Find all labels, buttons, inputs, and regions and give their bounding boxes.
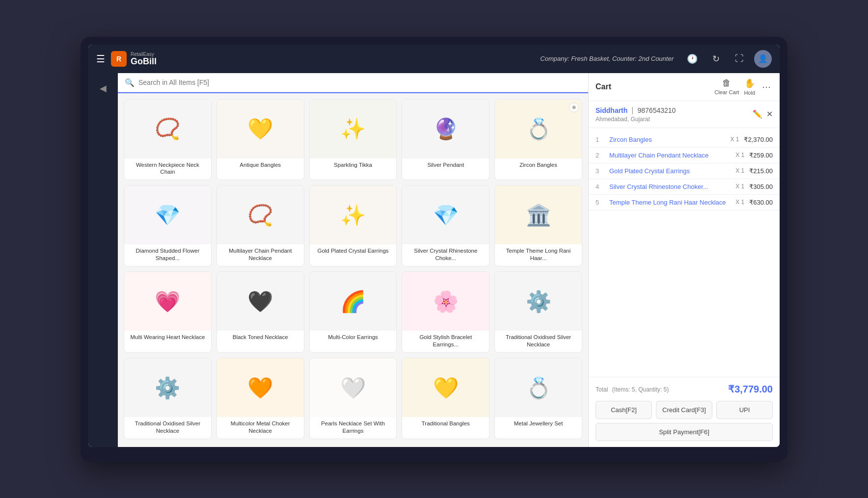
product-card[interactable]: 🔮 Silver Pendant	[402, 99, 489, 181]
expand-icon-btn[interactable]: ⛶	[731, 50, 748, 68]
cart-item-number: 3	[596, 167, 605, 175]
company-info: Company: Fresh Basket, Counter: 2nd Coun…	[540, 55, 674, 62]
cart-item-price: ₹305.00	[749, 183, 773, 190]
cart-item-name[interactable]: Zircon Bangles	[605, 136, 730, 143]
payment-cash-button[interactable]: Cash[F2]	[596, 401, 652, 419]
user-avatar[interactable]: 👤	[754, 50, 772, 68]
product-name: Silver Crystal Rhinestone Choke...	[402, 244, 489, 266]
split-payment-button[interactable]: Split Payment[F6]	[596, 423, 773, 441]
product-image: 🔮	[402, 100, 489, 158]
hold-button[interactable]: ✋ Hold	[744, 78, 755, 96]
cart-item-name[interactable]: Multilayer Chain Pendant Necklace	[605, 152, 735, 159]
product-image: 🏛️	[495, 185, 582, 244]
product-image: ⚙️	[495, 272, 582, 331]
cart-item: 1 Zircon Bangles X 1 ₹2,370.00	[589, 132, 780, 148]
laptop-frame: ☰ R RetailEasy GoBill Company: Fresh Bas…	[81, 37, 787, 462]
product-image: 💍 ⊕	[495, 100, 582, 158]
payment-credit-button[interactable]: Credit Card[F3]	[656, 401, 712, 419]
product-name: Multilayer Chain Pendant Necklace	[217, 244, 304, 266]
cart-items: 1 Zircon Bangles X 1 ₹2,370.00 2 Multila…	[589, 128, 780, 377]
product-name: Metal Jewellery Set	[495, 417, 582, 435]
customer-address: Ahmedabad, Gujarat	[596, 116, 676, 123]
clear-cart-label: Clear Cart	[714, 89, 739, 95]
cart-panel: Cart 🗑 Clear Cart ✋ Hold ⋯	[588, 73, 780, 447]
product-card[interactable]: 💍 Metal Jewellery Set	[494, 358, 582, 439]
customer-name-row: Siddharth | 9876543210	[596, 106, 676, 115]
product-card[interactable]: ⚙️ Traditional Oxidised Silver Necklace	[494, 271, 582, 353]
cart-item-number: 1	[596, 136, 605, 143]
product-name: Traditional Oxidised Silver Necklace	[495, 331, 582, 352]
product-card[interactable]: ✨ Sparkling Tikka	[309, 99, 397, 181]
header: ☰ R RetailEasy GoBill Company: Fresh Bas…	[88, 45, 780, 73]
hold-icon: ✋	[744, 78, 755, 89]
edit-customer-button[interactable]: ✏️	[753, 109, 762, 119]
cart-item-price: ₹630.00	[749, 199, 773, 206]
product-image: 🌸	[402, 272, 489, 331]
cart-item-name[interactable]: Silver Crystal Rhinestone Choker...	[605, 183, 735, 190]
product-name: Gold Plated Crystal Earrings	[310, 244, 397, 262]
product-name: Temple Theme Long Rani Haar...	[495, 244, 582, 266]
product-image: ✨	[310, 100, 397, 158]
brand-large-label: GoBill	[131, 57, 157, 66]
cart-more-button[interactable]: ⋯	[760, 79, 773, 94]
product-name: Gold Stylish Bracelet Earrings...	[402, 331, 489, 352]
product-image: 🧡	[217, 358, 304, 417]
product-card[interactable]: 📿 Multilayer Chain Pendant Necklace	[217, 185, 304, 266]
product-name: Antique Bangles	[217, 158, 304, 176]
cart-item-price: ₹215.00	[749, 167, 773, 175]
cart-item-name[interactable]: Temple Theme Long Rani Haar Necklace	[605, 199, 735, 206]
cart-footer: Total (Items: 5, Quantity: 5) ₹3,779.00 …	[589, 377, 780, 447]
header-icons: 🕐 ↻ ⛶ 👤	[683, 50, 772, 68]
total-text: Total	[596, 386, 608, 393]
product-name: Diamond Studded Flower Shaped...	[124, 244, 211, 266]
product-name: Multi Wearing Heart Necklace	[124, 331, 211, 348]
product-image: 🤍	[310, 358, 397, 417]
product-image: 💛	[217, 100, 304, 158]
cart-header-actions: 🗑 Clear Cart ✋ Hold ⋯	[714, 78, 773, 96]
search-input[interactable]	[138, 79, 581, 86]
payment-buttons: Cash[F2]Credit Card[F3]UPI	[596, 401, 773, 419]
product-image: 💎	[124, 185, 211, 244]
product-name: Multicolor Metal Choker Necklace	[217, 417, 304, 439]
product-card[interactable]: 💗 Multi Wearing Heart Necklace	[124, 271, 212, 353]
product-image: 💍	[495, 358, 582, 417]
cart-total-label: Total (Items: 5, Quantity: 5)	[596, 385, 669, 393]
product-card[interactable]: 💎 Silver Crystal Rhinestone Choke...	[402, 185, 489, 266]
product-card[interactable]: 💎 Diamond Studded Flower Shaped...	[124, 185, 212, 266]
customer-info: Siddharth | 9876543210 Ahmedabad, Gujara…	[596, 106, 676, 123]
clock-icon-btn[interactable]: 🕐	[683, 50, 701, 68]
product-name: Sparkling Tikka	[310, 158, 397, 176]
clear-cart-button[interactable]: 🗑 Clear Cart	[714, 78, 739, 95]
product-card[interactable]: 📿 Western Neckpiece Neck Chain	[124, 99, 212, 181]
customer-section: Siddharth | 9876543210 Ahmedabad, Gujara…	[589, 101, 780, 128]
product-card[interactable]: 🤍 Pearls Necklace Set With Earrings	[309, 358, 397, 439]
product-card[interactable]: 🧡 Multicolor Metal Choker Necklace	[217, 358, 304, 439]
product-card[interactable]: 🌸 Gold Stylish Bracelet Earrings...	[402, 271, 489, 353]
product-card[interactable]: ✨ Gold Plated Crystal Earrings	[309, 185, 397, 266]
payment-upi-button[interactable]: UPI	[716, 401, 773, 419]
remove-customer-button[interactable]: ✕	[766, 109, 773, 119]
cart-item: 3 Gold Plated Crystal Earrings X 1 ₹215.…	[589, 163, 780, 179]
refresh-icon-btn[interactable]: ↻	[707, 50, 725, 68]
product-card[interactable]: 💛 Traditional Bangles	[402, 358, 489, 439]
product-card[interactable]: 🌈 Multi-Color Earrings	[309, 271, 397, 353]
cart-item-name[interactable]: Gold Plated Crystal Earrings	[605, 167, 735, 175]
product-image: 💗	[124, 272, 211, 331]
product-card[interactable]: 🖤 Black Toned Necklace	[217, 271, 304, 353]
brand-text: RetailEasy GoBill	[131, 52, 157, 66]
search-icon: 🔍	[125, 78, 135, 87]
product-card[interactable]: 💍 ⊕ Zircon Bangles	[494, 99, 582, 181]
product-image: 🌈	[310, 272, 397, 331]
product-card[interactable]: ⚙️ Traditional Oxidised Silver Necklace	[124, 358, 212, 439]
product-card[interactable]: 💛 Antique Bangles	[217, 99, 304, 181]
product-card[interactable]: 🏛️ Temple Theme Long Rani Haar...	[494, 185, 582, 266]
sidebar-icon: ◀	[95, 78, 111, 99]
cart-item-qty: X 1	[730, 136, 739, 143]
hamburger-button[interactable]: ☰	[96, 53, 105, 65]
cart-item-price: ₹259.00	[749, 152, 773, 159]
product-image: ✨	[310, 185, 397, 244]
left-panel: ◀	[88, 73, 118, 447]
product-badge: ⊕	[569, 103, 579, 112]
brand-logo: R RetailEasy GoBill	[111, 51, 157, 67]
product-image: 💎	[402, 185, 489, 244]
